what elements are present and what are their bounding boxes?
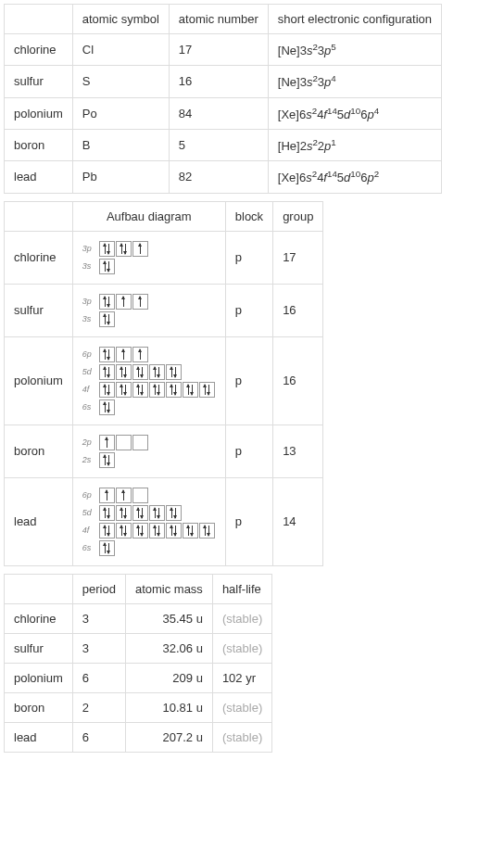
atomic-mass: 32.06 u xyxy=(125,633,212,663)
electron-up-icon xyxy=(138,385,139,395)
atomic-mass: 10.81 u xyxy=(125,692,212,722)
table-row: lead6p5d4f6sp14 xyxy=(5,477,323,565)
orbital-box xyxy=(132,435,148,450)
orbital-box xyxy=(99,523,115,539)
orbital-label: 6s xyxy=(82,543,95,552)
electron-down-icon xyxy=(125,508,126,518)
orbital-row: 6s xyxy=(82,540,216,556)
orbital-label: 6p xyxy=(82,490,95,500)
orbital-label: 3p xyxy=(82,297,95,306)
orbital-box xyxy=(132,241,148,257)
electron-down-icon xyxy=(108,367,109,377)
orbital-box xyxy=(132,382,148,398)
table-atomic-config: atomic symbol atomic number short electr… xyxy=(4,4,442,194)
electron-down-icon xyxy=(192,385,193,395)
orbital-box xyxy=(99,399,115,415)
orbital-box xyxy=(132,294,148,310)
electron-down-icon xyxy=(158,526,159,536)
electron-down-icon xyxy=(142,526,143,536)
element-name: boron xyxy=(5,692,73,722)
half-life: (stable) xyxy=(212,633,271,663)
electron-down-icon xyxy=(125,526,126,536)
atomic-number: 17 xyxy=(169,34,268,66)
element-symbol: Cl xyxy=(72,34,169,66)
table-row: chlorine3p3sp17 xyxy=(5,231,323,284)
header-period: period xyxy=(72,574,125,603)
electron-down-icon xyxy=(208,526,209,536)
orbital-label: 3p xyxy=(82,244,95,253)
orbital-box xyxy=(116,488,132,503)
table-header-row: period atomic mass half-life xyxy=(5,574,272,603)
group: 16 xyxy=(273,284,323,336)
aufbau-diagram: 6p5d4f6s xyxy=(72,477,225,565)
electron-down-icon xyxy=(125,385,126,395)
electronic-config: [Xe]6s24f145d106p4 xyxy=(268,97,441,129)
aufbau-diagram: 3p3s xyxy=(72,284,225,336)
element-name: lead xyxy=(5,161,73,193)
electron-up-icon xyxy=(155,508,156,518)
period: 6 xyxy=(72,722,125,752)
electron-up-icon xyxy=(121,244,122,254)
aufbau-diagram: 3p3s xyxy=(72,231,225,284)
header-halflife: half-life xyxy=(212,574,271,603)
atomic-number: 5 xyxy=(169,129,268,160)
orbital-row: 5d xyxy=(82,505,216,521)
orbital-row: 4f xyxy=(82,523,216,539)
electron-down-icon xyxy=(158,367,159,377)
electronic-config: [Ne]3s23p4 xyxy=(268,66,441,97)
electron-down-icon xyxy=(175,367,176,377)
electronic-config: [He]2s22p1 xyxy=(268,129,441,160)
orbital-box xyxy=(99,382,115,398)
electron-down-icon xyxy=(158,508,159,518)
header-block: block xyxy=(225,201,272,231)
orbital-row: 3p xyxy=(82,294,216,310)
orbital-box xyxy=(199,523,215,539)
orbital-row: 6p xyxy=(82,347,216,362)
orbital-box xyxy=(116,523,132,539)
electron-down-icon xyxy=(125,244,126,254)
aufbau-diagram: 2p2s xyxy=(72,424,225,477)
orbital-row: 5d xyxy=(82,364,216,380)
electron-up-icon xyxy=(105,526,106,536)
orbital-box xyxy=(116,294,132,310)
electron-up-icon xyxy=(140,297,141,307)
orbital-box xyxy=(116,241,132,257)
orbital-box xyxy=(183,382,198,398)
orbital-box xyxy=(99,347,115,362)
orbital-label: 2p xyxy=(82,437,95,447)
block: p xyxy=(225,231,272,284)
orbital-label: 3s xyxy=(82,261,95,271)
element-name: sulfur xyxy=(5,633,73,663)
element-name: polonium xyxy=(5,97,73,129)
period: 3 xyxy=(72,603,125,633)
header-group: group xyxy=(273,201,323,231)
element-name: sulfur xyxy=(5,284,73,336)
element-symbol: S xyxy=(72,66,169,97)
element-name: chlorine xyxy=(5,34,73,66)
electron-up-icon xyxy=(188,526,189,536)
table-header-row: atomic symbol atomic number short electr… xyxy=(5,5,442,34)
orbital-box xyxy=(132,347,148,362)
block: p xyxy=(225,336,272,424)
half-life: (stable) xyxy=(212,692,271,722)
table-row: boron2p2sp13 xyxy=(5,424,323,477)
electron-up-icon xyxy=(121,385,122,395)
table-row: sulfur3p3sp16 xyxy=(5,284,323,336)
table-row: boronB5[He]2s22p1 xyxy=(5,129,442,160)
header-blank xyxy=(5,201,73,231)
period: 2 xyxy=(72,692,125,722)
table-row: lead6207.2 u(stable) xyxy=(5,722,272,752)
period: 3 xyxy=(72,633,125,663)
electron-up-icon xyxy=(105,367,106,377)
orbital-box xyxy=(132,523,148,539)
orbital-box xyxy=(99,452,115,468)
electron-down-icon xyxy=(108,402,109,412)
electron-down-icon xyxy=(108,349,109,360)
header-blank xyxy=(5,574,73,603)
electron-down-icon xyxy=(108,244,109,254)
electron-down-icon xyxy=(142,367,143,377)
table-row: sulfurS16[Ne]3s23p4 xyxy=(5,66,442,97)
element-symbol: Po xyxy=(72,97,169,129)
electron-up-icon xyxy=(171,508,172,518)
element-symbol: B xyxy=(72,129,169,160)
